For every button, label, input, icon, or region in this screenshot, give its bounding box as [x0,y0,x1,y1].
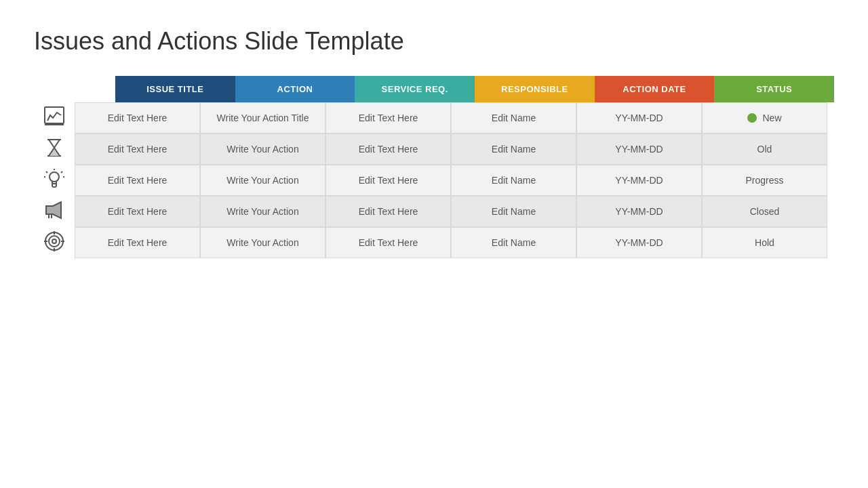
date-cell[interactable]: YY-MM-DD [576,227,702,258]
date-cell[interactable]: YY-MM-DD [576,165,702,196]
action-cell[interactable]: Write Your Action [200,165,326,196]
service-cell[interactable]: Edit Text Here [326,134,451,165]
action-cell[interactable]: Write Your Action [200,134,326,165]
status-value: Old [757,144,772,155]
svg-line-8 [46,171,47,173]
svg-line-7 [61,171,62,173]
responsible-cell[interactable]: Edit Name [451,196,576,227]
table-row: Edit Text Here Write Your Action Edit Te… [34,196,834,227]
svg-point-16 [52,239,56,243]
row-icon-col [34,165,75,196]
row-icon-col [34,227,75,258]
responsible-cell[interactable]: Edit Name [451,165,576,196]
svg-point-15 [49,236,60,247]
status-col-cell[interactable]: Progress [702,165,827,196]
status-dot [747,113,757,123]
table-row: Edit Text Here Write Your Action Edit Te… [34,165,834,196]
table-row: Edit Text Here Write Your Action Title E… [34,102,834,134]
service-cell[interactable]: Edit Text Here [326,102,451,134]
header-status: STATUS [714,76,834,102]
header-issue: ISSUE TITLE [115,76,235,102]
status-value: Progress [745,175,783,186]
status-col-cell[interactable]: New [702,102,827,134]
status-cell: New [747,113,781,123]
lightbulb-icon [43,168,65,192]
chart-icon [43,106,65,130]
target-icon [43,230,65,255]
issue-cell[interactable]: Edit Text Here [75,165,200,196]
megaphone-icon [43,199,65,224]
table-header: ISSUE TITLE ACTION SERVICE REQ. RESPONSI… [75,76,834,102]
status-col-cell[interactable]: Closed [702,196,827,227]
hourglass-icon [43,137,65,161]
issue-cell[interactable]: Edit Text Here [75,134,200,165]
service-cell[interactable]: Edit Text Here [326,227,451,258]
header-responsible: RESPONSIBLE [475,76,595,102]
status-col-cell[interactable]: Hold [702,227,827,258]
responsible-cell[interactable]: Edit Name [451,102,576,134]
status-value: New [762,113,781,123]
header-service: SERVICE REQ. [355,76,475,102]
row-icon-col [34,196,75,227]
date-cell[interactable]: YY-MM-DD [576,134,702,165]
page-title: Issues and Actions Slide Template [34,27,834,56]
row-icon-col [34,102,75,134]
issue-cell[interactable]: Edit Text Here [75,227,200,258]
action-cell[interactable]: Write Your Action Title [200,102,326,134]
date-cell[interactable]: YY-MM-DD [576,196,702,227]
issue-cell[interactable]: Edit Text Here [75,196,200,227]
status-value: Closed [750,206,780,217]
status-col-cell[interactable]: Old [702,134,827,165]
service-cell[interactable]: Edit Text Here [326,165,451,196]
status-value: Hold [755,237,774,248]
issue-cell[interactable]: Edit Text Here [75,102,200,134]
table-row: Edit Text Here Write Your Action Edit Te… [34,134,834,165]
header-date: ACTION DATE [595,76,715,102]
header-action: ACTION [235,76,355,102]
responsible-cell[interactable]: Edit Name [451,134,576,165]
action-cell[interactable]: Write Your Action [200,196,326,227]
action-cell[interactable]: Write Your Action [200,227,326,258]
table-row: Edit Text Here Write Your Action Edit Te… [34,227,834,258]
issues-table: ISSUE TITLE ACTION SERVICE REQ. RESPONSI… [34,76,834,258]
svg-point-14 [45,232,63,250]
date-cell[interactable]: YY-MM-DD [576,102,702,134]
service-cell[interactable]: Edit Text Here [326,196,451,227]
row-icon-col [34,134,75,165]
responsible-cell[interactable]: Edit Name [451,227,576,258]
table-body: Edit Text Here Write Your Action Title E… [34,102,834,258]
svg-point-4 [50,172,59,182]
